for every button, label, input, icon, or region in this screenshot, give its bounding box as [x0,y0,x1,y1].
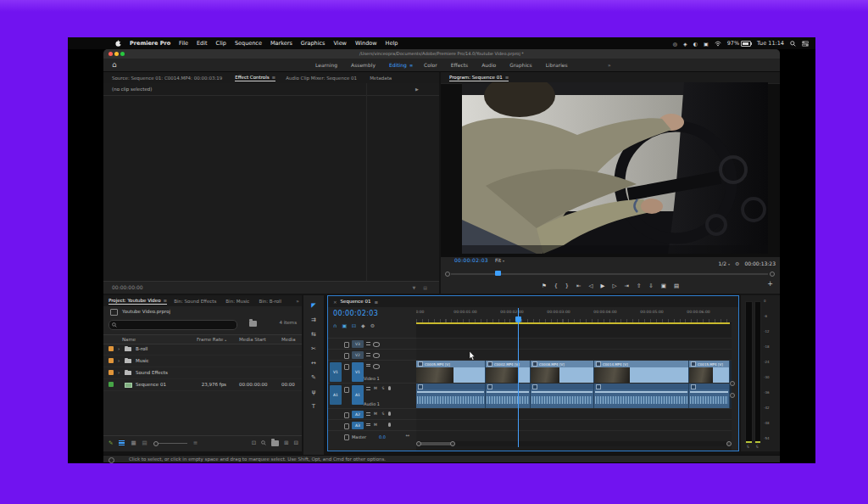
menu-sequence[interactable]: Sequence [235,40,262,47]
status-app-icon-4[interactable]: ▣ [704,41,709,47]
timeline-toolbar-button[interactable]: ◆ [361,322,365,328]
transport-button[interactable]: } [565,283,569,289]
label-color-swatch[interactable] [108,358,114,363]
expand-chevron-icon[interactable]: › [118,367,120,378]
solo-button[interactable]: S [381,412,386,416]
meter-solo-right[interactable]: S [756,445,759,449]
audio-clip[interactable] [689,384,730,409]
new-item-icon[interactable]: ⊞ [284,440,288,446]
master-gain-value[interactable]: 0.0 [379,434,386,440]
workspace-tab[interactable]: Libraries [546,62,570,68]
wifi-icon[interactable] [715,41,721,47]
close-tab-icon[interactable]: × [333,300,337,305]
project-search-input[interactable] [108,320,237,330]
menu-window[interactable]: Window [355,40,377,47]
playhead-line[interactable] [518,308,519,447]
label-color-swatch[interactable] [108,370,114,375]
timeline-toolbar-button[interactable]: ▣ [342,322,347,328]
tool-button[interactable]: ⇆ [311,331,316,338]
transport-button[interactable]: ⇧ [637,283,641,289]
lock-icon[interactable] [344,412,349,418]
delete-icon[interactable]: ⊟ [294,440,298,446]
icon-view-icon[interactable]: ▦ [131,440,136,446]
track-header-a2[interactable]: A2 M S [328,408,416,419]
scrollbar-zoom-handle-right[interactable] [726,441,732,446]
menu-edit[interactable]: Edit [197,40,208,47]
column-name[interactable]: Name [122,335,136,344]
scrollbar-zoom-handle[interactable] [450,441,455,446]
window-titlebar[interactable]: /Users/vinceopra/Documents/Adobe/Premier… [103,49,780,59]
panel-tab[interactable]: Audio Clip Mixer: Sequence 01 [286,76,359,81]
track-header-master[interactable]: Master 0.0 ↔ [328,430,416,441]
mute-button[interactable]: M [373,423,378,427]
track-output-icon[interactable] [373,353,380,358]
button-editor-add[interactable]: + [767,280,773,288]
track-target-button[interactable]: A1 [352,385,364,405]
program-tab[interactable]: Program: Sequence 01≡ [449,75,509,81]
timeline-ruler[interactable]: 00:00 00:00:01:00 00:00:02:00 00:00:03:0… [416,308,732,323]
track-header-v1[interactable]: V1 V1 Video 1 [328,360,416,383]
keyframes-view-icon[interactable]: ▤ [423,282,427,294]
project-tabs-overflow[interactable]: » [296,298,299,304]
tool-button[interactable]: ⇉ [311,316,316,323]
timeline-menu-icon[interactable]: ≡ [375,300,379,305]
transport-button[interactable]: ▶ [600,283,604,289]
item-name[interactable]: Sequence 01 [136,379,166,390]
label-color-swatch[interactable] [108,346,114,351]
sync-lock-icon[interactable] [366,342,370,346]
fit-timeline-icon[interactable]: ↔ [405,433,409,438]
search-bin-icon[interactable] [249,321,257,327]
project-row[interactable]: › Sound Effects [103,367,302,379]
project-row[interactable]: › B-roll [103,344,302,356]
lock-icon[interactable] [344,342,349,348]
timeline-toolbar-button[interactable]: ⊡ [352,322,356,328]
track-target-button[interactable]: V2 [352,351,364,359]
menu-clip[interactable]: Clip [216,40,226,47]
workspace-tab[interactable]: Learning [315,62,340,68]
voiceover-mic-icon[interactable] [388,412,391,416]
tool-button[interactable]: T [312,403,315,410]
home-icon[interactable]: ⌂ [112,60,117,69]
panel-tab[interactable]: Bin: Sound Effects [174,299,219,304]
lock-icon[interactable] [344,434,349,440]
scrubber-left-ring[interactable] [445,272,450,277]
sync-lock-icon[interactable] [366,364,370,368]
video-clip[interactable]: C0008.MP4 [V] [531,361,594,384]
lock-icon[interactable] [344,423,349,429]
timeline-vscroll-handle[interactable] [730,393,735,398]
transport-button[interactable]: ◁ [588,283,593,289]
program-timecode[interactable]: 00:00:02:03 [454,257,488,263]
track-v3-lane[interactable] [416,338,732,350]
track-v2-lane[interactable] [416,349,732,361]
panel-tab[interactable]: Metadata [370,76,394,81]
track-name-label[interactable]: Video 1 [364,376,380,381]
scrubber-playhead[interactable] [495,271,501,276]
transport-button[interactable]: ⚑ [542,283,547,289]
menu-help[interactable]: Help [386,40,398,47]
battery-indicator[interactable]: 97% [727,40,751,47]
tool-button[interactable]: ◤ [311,302,315,309]
track-header-a3[interactable]: A3 M [328,419,416,430]
solo-button[interactable]: S [381,386,386,390]
audio-clip[interactable] [416,384,486,409]
timeline-timecode[interactable]: 00:00:02:03 [333,310,378,317]
project-row[interactable]: Sequence 01 23,976 fps 00:00:00:00 00:00 [103,379,302,391]
zoom-slider-knob[interactable] [153,441,159,446]
sync-lock-icon[interactable] [366,353,370,357]
track-target-button[interactable]: A2 [352,411,364,418]
item-name[interactable]: Sound Effects [136,367,168,378]
timeline-tab[interactable]: Sequence 01 [341,299,371,305]
playhead-head[interactable] [515,316,521,322]
track-v1-lane[interactable]: C0005.MP4 [V] C0002.MP4 [V] C0008.MP4 [V… [416,360,732,384]
track-target-button[interactable]: V3 [352,340,364,348]
workspace-tab[interactable]: Graphics [509,62,535,68]
workspace-tab[interactable]: Effects [451,62,470,68]
video-clip[interactable]: C0015.MP4 [V] [689,361,730,384]
program-menu-icon[interactable]: ≡ [505,75,509,80]
column-media[interactable]: Media [281,335,296,344]
transport-button[interactable]: ▷ [612,283,616,289]
pen-icon[interactable]: ✎ [108,440,113,446]
transport-button[interactable]: ▣ [661,283,666,289]
master-track-label[interactable]: Master [352,434,366,440]
transport-button[interactable]: ⇤ [576,283,581,289]
